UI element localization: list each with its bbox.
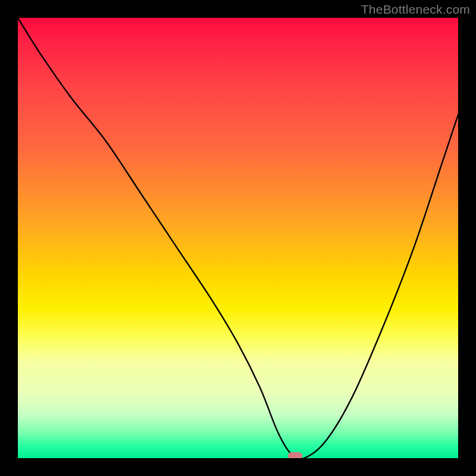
watermark-text: TheBottleneck.com [361,2,470,17]
plot-area [18,18,458,458]
bottleneck-curve [18,18,458,458]
optimal-marker [288,452,302,458]
chart-frame: TheBottleneck.com [0,0,476,476]
